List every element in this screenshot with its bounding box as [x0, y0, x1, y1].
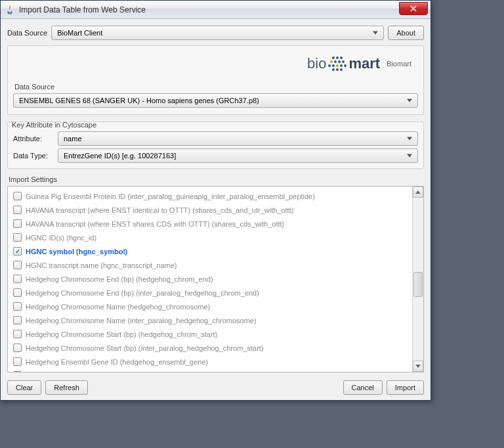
import-button[interactable]: Import — [387, 380, 424, 395]
list-item[interactable]: Hedgehog Chromosome Start (bp) (inter_pa… — [9, 341, 411, 355]
data-type-combo[interactable]: EntrezGene ID(s) [e.g. 100287163] — [58, 148, 418, 163]
svg-point-13 — [336, 68, 339, 71]
checkbox[interactable] — [13, 192, 22, 200]
list-item[interactable]: Hedgehog Chromosome Name (hedgehog_chrom… — [9, 300, 411, 313]
biomart-logo: bio mart — [307, 54, 380, 74]
list-item[interactable]: Hedgehog Ensembl Gene ID (inter_paralog_… — [9, 369, 411, 372]
logo-subtitle: Biomart — [387, 60, 411, 68]
data-source-group-label: Data Source — [14, 83, 418, 91]
title-bar: Import Data Table from Web Service — [1, 1, 430, 19]
scroll-thumb[interactable] — [413, 272, 423, 297]
data-source-label: Data Source — [7, 29, 47, 37]
list-item-label: Hedgehog Chromosome End (bp) (inter_para… — [26, 289, 259, 297]
svg-point-1 — [336, 56, 339, 59]
checkbox[interactable] — [13, 330, 22, 338]
svg-point-4 — [334, 60, 337, 63]
checkbox[interactable] — [13, 316, 22, 325]
datasource-panel: bio mart Biomart Data Source ENSEMBL GEN… — [7, 45, 424, 115]
scroll-up-button[interactable] — [413, 187, 423, 198]
key-attribute-panel: Key Attribute in Cytoscape Attribute: na… — [7, 122, 424, 169]
data-source-top-row: Data Source BioMart Client About — [7, 26, 424, 40]
chevron-down-icon — [415, 365, 421, 368]
svg-point-12 — [332, 68, 335, 71]
data-source-value: BioMart Client — [57, 29, 102, 37]
list-item-label: HAVANA transcript (where ENST shares CDS… — [26, 220, 284, 228]
import-settings-list: Guinea Pig Ensembl Protein ID (inter_par… — [7, 186, 424, 372]
list-item-label: Hedgehog Chromosome End (bp) (hedgehog_c… — [26, 275, 213, 283]
list-item-label: HGNC transcript name (hgnc_transcript_na… — [26, 261, 177, 269]
window-title: Import Data Table from Web Service — [19, 5, 146, 14]
list-item-label: Hedgehog Chromosome Name (hedgehog_chrom… — [26, 303, 210, 311]
data-source-combo[interactable]: BioMart Client — [51, 26, 384, 40]
list-item-label: Hedgehog Chromosome Name (inter_paralog_… — [26, 317, 257, 325]
list-item[interactable]: HAVANA transcript (where ENST shares CDS… — [9, 217, 411, 231]
list-item-label: Hedgehog Chromosome Start (bp) (inter_pa… — [26, 344, 264, 352]
list-item[interactable]: Hedgehog Chromosome Start (bp) (hedgehog… — [9, 327, 411, 341]
list-item[interactable]: HGNC ID(s) (hgnc_id) — [9, 231, 411, 244]
list-item[interactable]: Hedgehog Chromosome Name (inter_paralog_… — [9, 313, 411, 327]
list-item[interactable]: Guinea Pig Ensembl Protein ID (inter_par… — [9, 189, 411, 203]
logo-text-left: bio — [307, 55, 326, 72]
list-item-label: Guinea Pig Ensembl Protein ID (inter_par… — [26, 192, 315, 200]
svg-point-8 — [332, 64, 335, 67]
cancel-button[interactable]: Cancel — [343, 380, 383, 395]
logo-text-right: mart — [348, 55, 380, 72]
svg-point-14 — [340, 68, 343, 71]
refresh-button[interactable]: Refresh — [45, 380, 88, 395]
checkbox[interactable] — [13, 261, 22, 269]
import-label: Import — [395, 384, 415, 392]
checkbox[interactable] — [13, 275, 22, 283]
clear-label: Clear — [16, 384, 33, 392]
checkbox[interactable] — [13, 288, 22, 297]
list-item-label: HGNC symbol (hgnc_symbol) — [26, 248, 127, 256]
dataset-combo[interactable]: ENSEMBL GENES 68 (SANGER UK) - Homo sapi… — [13, 93, 418, 108]
checkbox[interactable] — [13, 302, 22, 311]
import-settings-label: Import Settings — [9, 175, 424, 183]
checkbox[interactable] — [13, 344, 22, 352]
list-item-label: HGNC ID(s) (hgnc_id) — [26, 234, 96, 242]
list-item-label: HAVANA transcript (where ENST identical … — [26, 206, 293, 214]
list-item[interactable]: Hedgehog Chromosome End (bp) (hedgehog_c… — [9, 272, 411, 286]
list-item[interactable]: HGNC symbol (hgnc_symbol) — [9, 244, 411, 258]
checkbox[interactable] — [13, 247, 22, 256]
clear-button[interactable]: Clear — [7, 380, 41, 395]
svg-point-5 — [338, 60, 341, 63]
attribute-value: name — [64, 135, 82, 143]
dialog-footer: Clear Refresh Cancel Import — [7, 380, 424, 395]
scroll-down-button[interactable] — [413, 361, 423, 372]
list-item[interactable]: Hedgehog Chromosome End (bp) (inter_para… — [9, 286, 411, 300]
list-item-label: Hedgehog Ensembl Gene ID (hedgehog_ensem… — [26, 358, 208, 366]
cancel-label: Cancel — [352, 384, 374, 392]
list-item[interactable]: HGNC transcript name (hgnc_transcript_na… — [9, 258, 411, 272]
about-label: About — [396, 29, 415, 37]
close-icon — [410, 5, 417, 12]
svg-point-10 — [340, 64, 343, 67]
attribute-combo[interactable]: name — [58, 131, 418, 146]
svg-point-6 — [342, 60, 345, 63]
list-scroll-area: Guinea Pig Ensembl Protein ID (inter_par… — [8, 187, 412, 372]
close-button[interactable] — [399, 2, 428, 15]
svg-point-2 — [340, 56, 343, 59]
svg-point-7 — [328, 64, 331, 67]
checkbox[interactable] — [13, 371, 22, 372]
chevron-up-icon — [415, 190, 421, 194]
list-item[interactable]: Hedgehog Ensembl Gene ID (hedgehog_ensem… — [9, 355, 411, 369]
list-item-label: Hedgehog Ensembl Gene ID (inter_paralog_… — [26, 372, 255, 372]
data-type-value: EntrezGene ID(s) [e.g. 100287163] — [64, 152, 176, 160]
biomart-logo-row: bio mart Biomart — [13, 51, 418, 80]
checkbox[interactable] — [13, 219, 22, 228]
checkbox[interactable] — [13, 206, 22, 214]
list-item[interactable]: HAVANA transcript (where ENST identical … — [9, 203, 411, 217]
checkbox[interactable] — [13, 357, 22, 366]
java-icon — [5, 5, 15, 15]
refresh-label: Refresh — [54, 384, 79, 392]
svg-point-9 — [336, 64, 339, 67]
about-button[interactable]: About — [388, 26, 424, 40]
dialog-body: Data Source BioMart Client About bio — [1, 19, 430, 400]
biomart-dots-icon — [327, 54, 347, 74]
checkbox[interactable] — [13, 233, 22, 242]
list-item-label: Hedgehog Chromosome Start (bp) (hedgehog… — [26, 330, 217, 338]
data-type-label: Data Type: — [13, 152, 54, 160]
attribute-label: Attribute: — [13, 135, 54, 143]
vertical-scrollbar[interactable] — [412, 187, 423, 372]
